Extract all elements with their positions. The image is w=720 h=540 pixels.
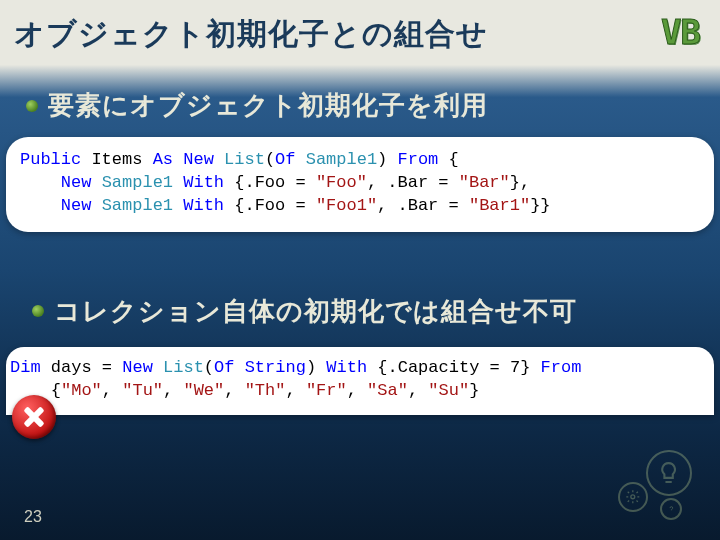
code-panel-1: Public Items As New List(Of Sample1) Fro… (6, 137, 714, 232)
code-block-1: Public Items As New List(Of Sample1) Fro… (20, 149, 700, 218)
code-block-2: Dim days = New List(Of String) With {.Ca… (10, 357, 700, 403)
title-bar: オブジェクト初期化子との組合せ VB (0, 0, 720, 60)
svg-point-0 (631, 495, 635, 499)
vb-badge: VB (661, 12, 700, 52)
question-icon (660, 498, 682, 520)
bullet-2-text: コレクション自体の初期化では組合せ不可 (54, 294, 577, 329)
slide-title: オブジェクト初期化子との組合せ (14, 14, 488, 55)
bullet-1-text: 要素にオブジェクト初期化子を利用 (48, 88, 488, 123)
error-icon (12, 395, 56, 439)
code-panel-2: Dim days = New List(Of String) With {.Ca… (6, 347, 714, 415)
bullet-1: 要素にオブジェクト初期化子を利用 (0, 88, 720, 123)
bullet-icon (32, 305, 44, 317)
bullet-icon (26, 100, 38, 112)
gear-icon (618, 482, 648, 512)
bullet-2: コレクション自体の初期化では組合せ不可 (0, 294, 720, 329)
lightbulb-icon (646, 450, 692, 496)
page-number: 23 (24, 508, 42, 526)
decoration-circles (612, 450, 692, 520)
